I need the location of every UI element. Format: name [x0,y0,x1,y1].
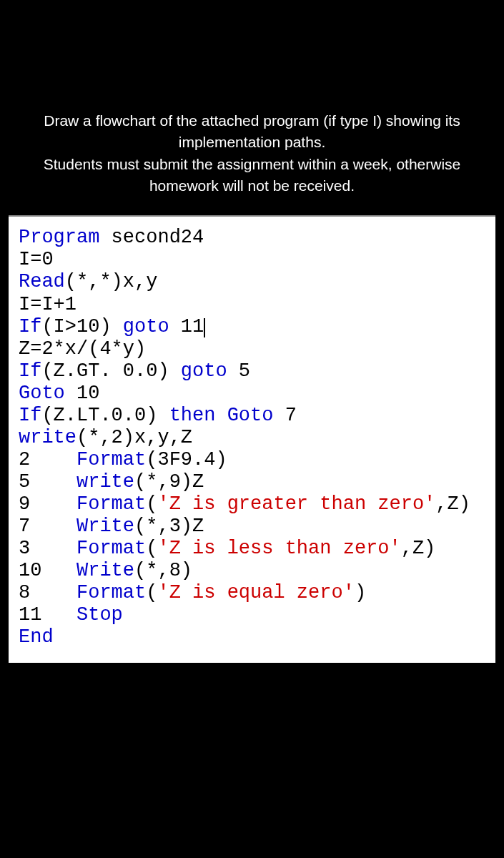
code-line-16: 10 Write(*,8) [19,560,495,582]
code-line-8: Goto 10 [19,383,495,405]
code-line-14: 7 Write(*,3)Z [19,516,495,538]
instruction-line: Students must submit the assignment with… [21,154,483,174]
bottom-spacer [0,663,504,858]
code-panel: Program second24 I=0 Read(*,*)x,y I=I+1 … [9,215,495,663]
code-line-18: 11 Stop [19,604,495,626]
code-line-19: End [19,626,495,649]
instruction-line: implementation paths. [21,132,483,152]
instruction-line: homework will not be received. [21,176,483,196]
code-line-7: If(Z.GT. 0.0) goto 5 [19,360,495,383]
code-line-3: Read(*,*)x,y [19,271,495,293]
code-line-1: Program second24 [19,227,495,249]
text-cursor [204,318,205,337]
code-line-13: 9 Format('Z is greater than zero',Z) [19,493,495,516]
code-line-17: 8 Format('Z is equal zero') [19,582,495,604]
code-line-9: If(Z.LT.0.0) then Goto 7 [19,405,495,427]
code-line-11: 2 Format(3F9.4) [19,449,495,471]
assignment-instructions: Draw a flowchart of the attached program… [0,111,504,215]
code-line-5: If(I>10) goto 11 [19,316,495,338]
code-line-12: 5 write(*,9)Z [19,471,495,493]
code-line-15: 3 Format('Z is less than zero',Z) [19,538,495,560]
code-line-4: I=I+1 [19,294,495,316]
code-line-2: I=0 [19,249,495,271]
top-spacer [0,0,504,111]
code-line-10: write(*,2)x,y,Z [19,427,495,449]
code-line-6: Z=2*x/(4*y) [19,338,495,360]
instruction-line: Draw a flowchart of the attached program… [21,111,483,131]
